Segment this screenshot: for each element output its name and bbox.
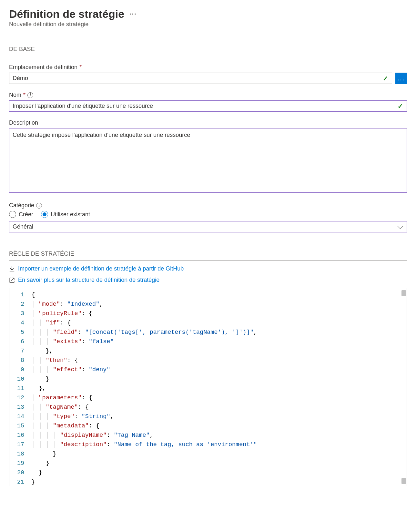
location-label: Emplacement de définition (9, 64, 77, 71)
radio-circle-icon (41, 211, 48, 218)
page-subtitle: Nouvelle définition de stratégie (9, 21, 407, 28)
download-icon (9, 266, 15, 272)
category-label: Catégorie (9, 202, 34, 209)
code-body[interactable]: {│ "mode": "Indexed",│ "policyRule": {│ … (29, 288, 407, 486)
import-github-link[interactable]: Importer un exemple de définition de str… (9, 265, 407, 272)
info-icon[interactable]: i (36, 203, 42, 209)
required-indicator: * (23, 92, 25, 98)
learn-more-link[interactable]: En savoir plus sur la structure de défin… (9, 277, 407, 283)
name-label: Nom (9, 92, 21, 98)
browse-location-button[interactable]: ... (395, 73, 407, 84)
info-icon[interactable]: i (27, 92, 33, 98)
section-rule: RÈGLE DE STRATÉGIE (9, 251, 407, 261)
page-title: Définition de stratégie (9, 8, 124, 20)
category-select[interactable]: Général (9, 221, 407, 232)
section-basics: DE BASE (9, 46, 407, 56)
line-number-gutter: 123456789101112131415161718192021 (9, 288, 29, 486)
radio-use-existing[interactable]: Utiliser existant (41, 211, 90, 218)
radio-create-label: Créer (19, 211, 33, 218)
radio-existing-label: Utiliser existant (51, 211, 90, 218)
learn-more-text: En savoir plus sur la structure de défin… (18, 277, 159, 283)
radio-circle-icon (9, 211, 16, 218)
external-link-icon (9, 277, 15, 283)
description-label: Description (9, 119, 38, 126)
required-indicator: * (79, 64, 82, 71)
description-input[interactable] (9, 128, 407, 193)
scrollbar-vertical[interactable] (401, 288, 407, 486)
import-github-text: Importer un exemple de définition de str… (18, 265, 184, 272)
policy-rule-editor[interactable]: 123456789101112131415161718192021 {│ "mo… (9, 288, 407, 486)
radio-create[interactable]: Créer (9, 211, 33, 218)
more-actions-icon[interactable]: ··· (129, 10, 137, 18)
name-input[interactable] (9, 100, 407, 112)
location-input[interactable] (9, 73, 392, 84)
